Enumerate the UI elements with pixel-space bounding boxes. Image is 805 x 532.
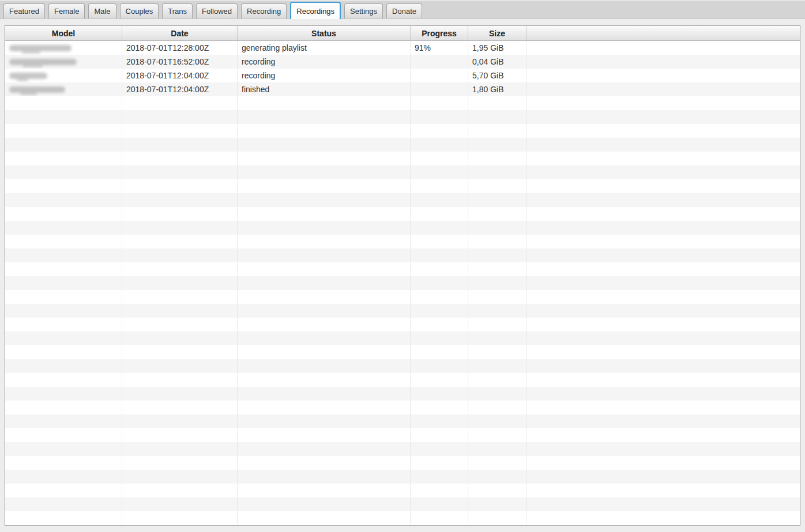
cell-model	[5, 179, 122, 193]
tab-content-area: Model Date Status Progress Size 2018-07-…	[0, 20, 805, 532]
table-row-empty[interactable]	[5, 387, 800, 401]
column-header-size[interactable]: Size	[468, 26, 526, 41]
cell-status	[238, 511, 411, 525]
tab-donate[interactable]: Donate	[386, 3, 422, 18]
cell-model	[5, 152, 122, 165]
tab-bar: Featured Female Male Couples Trans Follo…	[0, 0, 805, 19]
cell-model	[5, 345, 122, 359]
cell-date	[122, 221, 238, 235]
tab-followed[interactable]: Followed	[196, 3, 238, 18]
table-row-empty[interactable]	[5, 276, 800, 290]
cell-status	[238, 331, 411, 345]
table-row-empty[interactable]	[5, 359, 800, 373]
table-row-empty[interactable]	[5, 331, 800, 345]
column-header-progress[interactable]: Progress	[411, 26, 468, 41]
tab-settings[interactable]: Settings	[344, 3, 383, 18]
table-row-empty[interactable]	[5, 152, 800, 165]
cell-size	[468, 248, 526, 262]
cell-filler	[526, 207, 800, 221]
table-row-empty[interactable]	[5, 456, 800, 470]
column-header-model[interactable]: Model	[5, 26, 122, 41]
table-row-empty[interactable]	[5, 414, 800, 428]
cell-date	[122, 414, 238, 428]
column-header-status[interactable]: Status	[238, 26, 411, 41]
cell-model	[5, 387, 122, 401]
table-row-empty[interactable]	[5, 470, 800, 484]
table-row-empty[interactable]	[5, 248, 800, 262]
tab-trans[interactable]: Trans	[162, 3, 193, 18]
cell-date	[122, 235, 238, 248]
cell-filler	[526, 221, 800, 235]
table-row-empty[interactable]	[5, 442, 800, 456]
table-row-empty[interactable]	[5, 511, 800, 525]
cell-status	[238, 96, 411, 110]
tab-couples[interactable]: Couples	[120, 3, 159, 18]
cell-status: recording	[238, 55, 411, 69]
tab-label: Followed	[202, 7, 232, 16]
cell-progress	[411, 179, 468, 193]
table-row-empty[interactable]	[5, 193, 800, 207]
cell-size	[468, 290, 526, 304]
table-row-empty[interactable]	[5, 497, 800, 511]
cell-status	[238, 138, 411, 152]
cell-model	[5, 428, 122, 442]
cell-date	[122, 152, 238, 165]
tab-label: Donate	[392, 7, 416, 16]
cell-progress	[411, 110, 468, 124]
cell-filler	[526, 359, 800, 373]
cell-status: recording	[238, 69, 411, 82]
table-row[interactable]: 2018-07-01T12:04:00Z finished 1,80 GiB	[5, 82, 800, 96]
tab-male[interactable]: Male	[88, 3, 116, 18]
table-row-empty[interactable]	[5, 373, 800, 387]
cell-size	[468, 456, 526, 470]
cell-progress	[411, 248, 468, 262]
table-row-empty[interactable]	[5, 207, 800, 221]
cell-status: generating playlist	[238, 41, 411, 55]
cell-size	[468, 165, 526, 179]
table-row-empty[interactable]	[5, 262, 800, 276]
table-row-empty[interactable]	[5, 96, 800, 110]
cell-model	[5, 138, 122, 152]
cell-status	[238, 193, 411, 207]
table-row-empty[interactable]	[5, 428, 800, 442]
cell-filler	[526, 456, 800, 470]
table-row-empty[interactable]	[5, 179, 800, 193]
tab-label: Settings	[350, 7, 377, 16]
cell-filler	[526, 235, 800, 248]
table-row[interactable]: 2018-07-01T16:52:00Z recording 0,04 GiB	[5, 55, 800, 69]
cell-progress	[411, 165, 468, 179]
table-row-empty[interactable]	[5, 401, 800, 414]
tab-recording[interactable]: Recording	[241, 3, 287, 18]
column-header-date[interactable]: Date	[122, 26, 238, 41]
table-row-empty[interactable]	[5, 345, 800, 359]
cell-filler	[526, 55, 800, 69]
recordings-table: Model Date Status Progress Size 2018-07-…	[5, 25, 800, 526]
cell-progress	[411, 152, 468, 165]
table-row-empty[interactable]	[5, 124, 800, 138]
table-row-empty[interactable]	[5, 484, 800, 497]
cell-model	[5, 82, 122, 96]
cell-status	[238, 207, 411, 221]
cell-size: 5,70 GiB	[468, 69, 526, 82]
table-row-empty[interactable]	[5, 165, 800, 179]
table-row-empty[interactable]	[5, 304, 800, 318]
cell-size	[468, 511, 526, 525]
table-row-empty[interactable]	[5, 235, 800, 248]
cell-size	[468, 359, 526, 373]
cell-filler	[526, 331, 800, 345]
cell-progress	[411, 193, 468, 207]
table-row-empty[interactable]	[5, 290, 800, 304]
cell-date	[122, 124, 238, 138]
cell-progress	[411, 387, 468, 401]
table-row-empty[interactable]	[5, 318, 800, 331]
cell-status	[238, 221, 411, 235]
cell-model	[5, 55, 122, 69]
table-row-empty[interactable]	[5, 110, 800, 124]
table-row[interactable]: 2018-07-01T12:28:00Z generating playlist…	[5, 41, 800, 55]
table-row-empty[interactable]	[5, 138, 800, 152]
tab-featured[interactable]: Featured	[3, 3, 45, 18]
tab-female[interactable]: Female	[48, 3, 85, 18]
table-row-empty[interactable]	[5, 221, 800, 235]
table-row[interactable]: 2018-07-01T12:04:00Z recording 5,70 GiB	[5, 69, 800, 82]
tab-recordings[interactable]: Recordings	[290, 2, 341, 19]
